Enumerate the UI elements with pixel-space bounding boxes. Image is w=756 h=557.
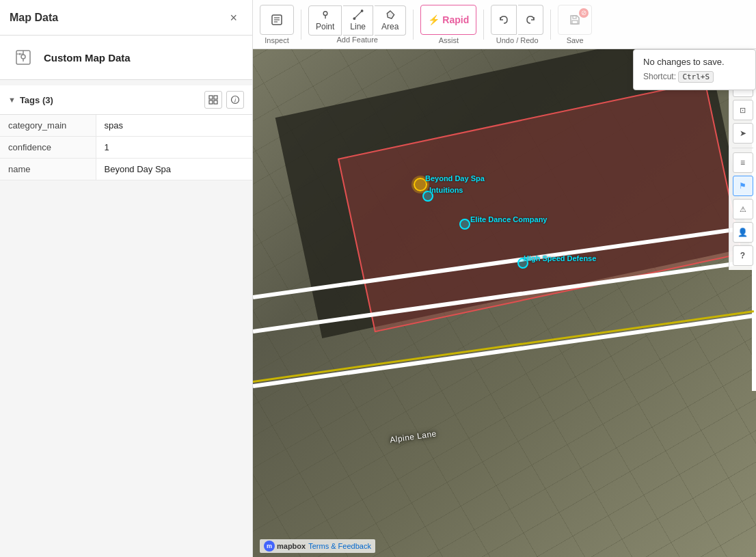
tag-value: spas [96,115,252,137]
point-button[interactable]: Point [308,5,342,36]
tag-key: category_main [0,115,96,137]
svg-point-17 [323,11,327,15]
table-row: category_mainspas [0,115,252,137]
svg-point-20 [353,17,355,20]
tags-count-label: Tags (3) [20,95,53,105]
save-button[interactable] [558,5,592,35]
separator-4 [550,10,551,40]
mapbox-attribution: m mapbox Terms & Feedback [260,539,375,553]
separator-3 [483,10,484,40]
tag-value: 1 [96,137,252,159]
redo-button[interactable] [518,5,543,35]
assist-label: Assist [439,36,459,44]
elite-dance-pin[interactable] [459,219,470,230]
mapbox-logo: m mapbox [264,541,306,552]
map-area: Inspect Point L [253,0,756,557]
custom-map-icon [11,45,36,70]
svg-point-4 [19,53,21,55]
custom-map-data-section: Custom Map Data [0,36,252,80]
help-button[interactable]: ? [733,245,753,266]
map-canvas[interactable]: Beyond Day Spa Intuitions Elite Dance Co… [253,49,756,557]
map-background[interactable]: Beyond Day Spa Intuitions Elite Dance Co… [253,49,756,557]
chevron-down-icon: ▼ [8,96,16,104]
beyond-day-spa-label: Beyond Day Spa [425,174,485,182]
inspect-label: Inspect [265,36,288,44]
frame-button[interactable]: ⊡ [733,100,753,120]
svg-point-1 [21,55,25,59]
panel-title: Map Data [10,12,58,24]
mapbox-logo-mark: m [264,541,275,552]
save-label: Save [567,36,584,44]
area-button[interactable]: Area [375,5,406,36]
navigate-button[interactable]: ➤ [733,123,753,144]
street-label: Alpine Lane [389,429,437,444]
svg-rect-10 [214,100,217,104]
undo-redo-group: Undo / Redo [491,5,543,44]
issues-button[interactable]: ⚠ [733,199,753,219]
svg-text:i: i [234,97,237,104]
tags-section: ▼ Tags (3) i [0,85,252,180]
layers-button[interactable]: ≡ [733,152,753,173]
tags-table: category_mainspasconfidence1nameBeyond D… [0,115,252,180]
controls-separator [732,148,753,148]
svg-rect-7 [209,96,213,99]
custom-map-data-label: Custom Map Data [44,52,131,64]
line-label: Line [350,22,366,31]
undo-button[interactable] [491,5,517,35]
rapid-group: ⚡ Rapid Assist [420,5,476,44]
svg-point-21 [360,10,363,12]
shortcut-key: Ctrl+S [678,71,714,83]
tag-key: name [0,159,96,180]
panel-header: Map Data × [0,0,252,36]
add-feature-label: Add Feature [336,36,378,44]
intuitions-label: Intuitions [429,186,463,194]
save-badge [579,8,589,18]
terms-feedback-link[interactable]: Terms & Feedback [308,542,371,550]
svg-line-19 [354,10,362,18]
point-label: Point [316,22,334,31]
tags-info-button[interactable]: i [226,91,244,109]
svg-rect-8 [214,96,217,99]
inspect-group: Inspect [260,5,294,44]
add-feature-group: Point Line Area Add Featur [308,5,406,44]
tags-actions: i [204,91,244,109]
left-panel: Map Data × Custom Map Data ▼ Tags (3) [0,0,253,557]
account-button[interactable]: 👤 [733,222,753,243]
tags-header: ▼ Tags (3) i [0,85,252,115]
rapid-icon: ⚡ Rapid [428,14,469,25]
tags-table-view-button[interactable] [204,91,222,109]
high-speed-label: High Speed Defense [524,254,596,262]
inspect-button[interactable] [260,5,294,35]
undo-redo-label: Undo / Redo [496,36,539,44]
save-group: Save [558,5,592,44]
line-button[interactable]: Line [343,5,373,36]
rapid-button[interactable]: ⚡ Rapid [420,5,476,35]
separator-1 [301,10,301,40]
svg-marker-22 [387,10,394,18]
tooltip-message: No changes to save. [643,57,746,67]
table-row: nameBeyond Day Spa [0,159,252,180]
close-button[interactable]: × [224,9,243,27]
tags-title-toggle[interactable]: ▼ Tags (3) [8,95,53,105]
tag-key: confidence [0,137,96,159]
save-tooltip: No changes to save. Shortcut: Ctrl+S [633,49,756,90]
svg-rect-9 [209,100,213,104]
custom-data-button[interactable]: ⚑ [733,176,753,196]
table-row: confidence1 [0,137,252,159]
elite-dance-label: Elite Dance Company [470,215,547,223]
area-label: Area [381,22,399,31]
toolbar: Inspect Point L [253,0,756,49]
tooltip-shortcut: Shortcut: Ctrl+S [643,71,746,83]
tag-value: Beyond Day Spa [96,159,252,180]
separator-2 [413,10,414,40]
